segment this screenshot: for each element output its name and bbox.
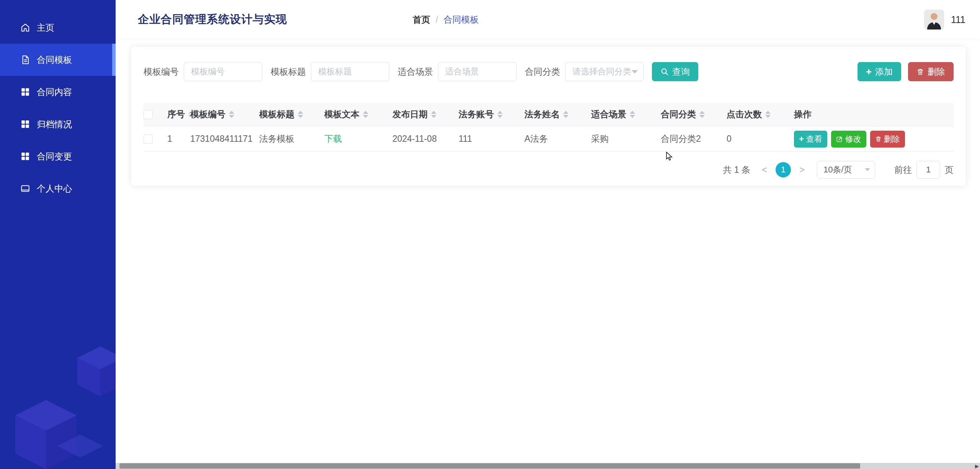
row-template-no: 1731048411171 <box>190 134 253 144</box>
row-checkbox[interactable] <box>144 134 153 144</box>
template-no-input[interactable] <box>184 62 262 81</box>
col-header-date: 发布日期 <box>392 108 428 120</box>
pagination: 共 1 条 < 1 > 10条/页 前往 页 <box>144 161 954 179</box>
caret-sort-icon[interactable] <box>497 111 503 118</box>
select-all-checkbox[interactable] <box>144 110 153 119</box>
sidebar: 主页 合同模板 合同内容 归档情况 <box>0 0 116 469</box>
user-menu[interactable]: 111 <box>924 0 965 39</box>
table-header-row: 序号 模板编号 模板标题 模板文本 发布日期 法务账号 法务姓名 适合场景 合同… <box>144 103 954 126</box>
decorative-cubes <box>0 339 116 469</box>
breadcrumb-home-link[interactable]: 首页 <box>413 14 430 26</box>
top-header: 企业合同管理系统设计与实现 首页 / 合同模板 111 <box>116 0 980 39</box>
row-title: 法务模板 <box>259 133 294 145</box>
sidebar-item-contract-template[interactable]: 合同模板 <box>0 44 116 76</box>
page-size-value: 10条/页 <box>823 164 852 175</box>
trash-icon <box>916 68 924 75</box>
pagination-page-1[interactable]: 1 <box>776 162 791 177</box>
chevron-down-icon <box>865 168 870 171</box>
caret-sort-icon[interactable] <box>363 111 368 118</box>
breadcrumb-separator: / <box>436 15 438 25</box>
col-header-index: 序号 <box>167 108 185 120</box>
chevron-down-icon <box>632 70 638 74</box>
pagination-next-button[interactable]: > <box>797 164 807 175</box>
trash-icon <box>875 136 882 142</box>
template-table: 序号 模板编号 模板标题 模板文本 发布日期 法务账号 法务姓名 适合场景 合同… <box>144 103 954 152</box>
content-area: 模板编号 模板标题 适合场景 合同分类 请选择合同分类 <box>116 47 980 186</box>
edit-button[interactable]: 修改 <box>831 131 866 148</box>
home-icon <box>20 22 31 33</box>
col-header-account: 法务账号 <box>459 108 494 120</box>
filter-toolbar: 模板编号 模板标题 适合场景 合同分类 请选择合同分类 <box>144 62 954 81</box>
row-clicks: 0 <box>727 134 732 144</box>
page-size-select[interactable]: 10条/页 <box>817 161 875 179</box>
row-scene: 采购 <box>591 133 609 145</box>
sidebar-item-label: 合同内容 <box>37 86 72 98</box>
add-button[interactable]: + 添加 <box>858 62 901 81</box>
caret-sort-icon[interactable] <box>298 111 303 118</box>
row-delete-button[interactable]: 删除 <box>870 131 905 148</box>
template-title-input[interactable] <box>311 62 389 81</box>
scene-input[interactable] <box>438 62 516 81</box>
row-legal-name: A法务 <box>524 133 548 145</box>
category-select-placeholder: 请选择合同分类 <box>572 66 631 77</box>
col-header-text: 模板文本 <box>324 108 359 120</box>
goto-page-input[interactable] <box>916 161 940 179</box>
template-no-label: 模板编号 <box>144 66 179 78</box>
app-root: 主页 合同模板 合同内容 归档情况 <box>0 0 980 469</box>
search-button[interactable]: 查询 <box>652 62 698 81</box>
delete-button[interactable]: 删除 <box>908 62 954 81</box>
template-title-label: 模板标题 <box>271 66 306 78</box>
col-header-actions: 操作 <box>794 108 812 120</box>
category-select[interactable]: 请选择合同分类 <box>565 62 644 81</box>
sidebar-menu: 主页 合同模板 合同内容 归档情况 <box>0 0 116 205</box>
grid-icon <box>20 87 31 97</box>
sidebar-item-archive-status[interactable]: 归档情况 <box>0 108 116 140</box>
col-header-name: 法务姓名 <box>524 108 560 120</box>
plus-icon: + <box>799 135 804 143</box>
category-label: 合同分类 <box>525 66 560 78</box>
sidebar-item-label: 主页 <box>37 22 54 34</box>
caret-sort-icon[interactable] <box>431 111 436 118</box>
caret-sort-icon[interactable] <box>229 111 234 118</box>
sidebar-item-label: 归档情况 <box>37 118 72 130</box>
breadcrumb-current: 合同模板 <box>443 14 479 26</box>
caret-sort-icon[interactable] <box>630 111 635 118</box>
grid-icon <box>20 151 31 162</box>
caret-sort-icon[interactable] <box>563 111 568 118</box>
col-header-scene: 适合场景 <box>591 108 626 120</box>
pagination-total: 共 1 条 <box>723 164 750 176</box>
pagination-prev-button[interactable]: < <box>760 164 769 175</box>
page-title: 企业合同管理系统设计与实现 <box>138 12 287 27</box>
user-avatar <box>924 10 944 30</box>
row-publish-date: 2024-11-08 <box>392 134 437 144</box>
sidebar-item-home[interactable]: 主页 <box>0 11 116 44</box>
table-row: 1 1731048411171 法务模板 下载 2024-11-08 111 A… <box>144 126 954 152</box>
contract-template-card: 模板编号 模板标题 适合场景 合同分类 请选择合同分类 <box>131 47 966 186</box>
search-icon <box>660 67 669 76</box>
col-header-template-no: 模板编号 <box>190 108 225 120</box>
sidebar-item-contract-content[interactable]: 合同内容 <box>0 76 116 108</box>
sidebar-item-label: 合同模板 <box>37 54 72 66</box>
document-icon <box>20 54 31 65</box>
caret-sort-icon[interactable] <box>699 111 705 118</box>
caret-sort-icon[interactable] <box>765 111 771 118</box>
breadcrumb: 首页 / 合同模板 <box>413 0 479 39</box>
col-header-category: 合同分类 <box>661 108 696 120</box>
horizontal-scrollbar[interactable]: ▶ <box>116 463 980 469</box>
row-index: 1 <box>167 134 172 144</box>
row-category: 合同分类2 <box>661 133 701 145</box>
user-name: 111 <box>951 14 965 25</box>
view-button[interactable]: + 查看 <box>794 131 827 148</box>
sidebar-item-label: 合同变更 <box>37 151 72 162</box>
grid-icon <box>20 119 31 130</box>
row-legal-account: 111 <box>459 134 472 144</box>
sidebar-item-personal-center[interactable]: 个人中心 <box>0 172 116 205</box>
scrollbar-thumb[interactable] <box>119 463 860 469</box>
download-link[interactable]: 下载 <box>324 133 342 145</box>
scene-label: 适合场景 <box>398 66 433 78</box>
sidebar-item-contract-change[interactable]: 合同变更 <box>0 140 116 172</box>
card-icon <box>20 183 31 194</box>
scrollbar-right-arrow-icon[interactable]: ▶ <box>975 463 979 469</box>
goto-suffix: 页 <box>945 164 954 176</box>
pagination-goto: 前往 页 <box>894 161 954 179</box>
